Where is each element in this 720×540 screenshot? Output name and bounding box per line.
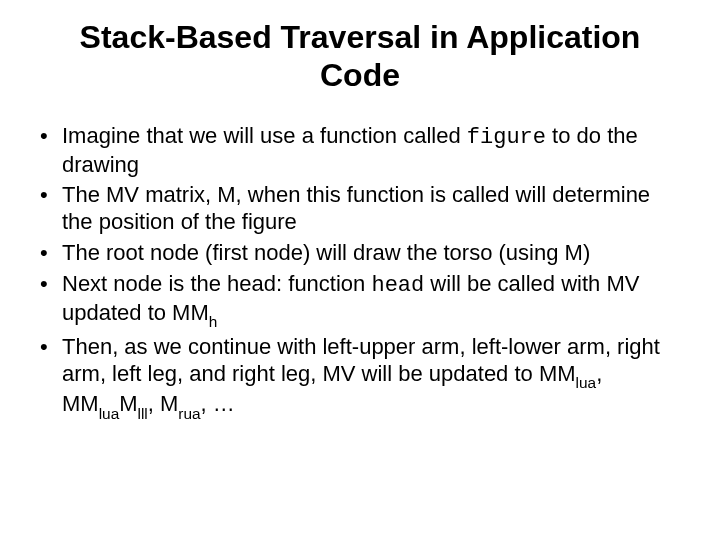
- bullet-5-end: , …: [201, 391, 235, 416]
- bullet-5-sub-4: rua: [178, 405, 200, 422]
- bullet-5-m2: M: [119, 391, 137, 416]
- bullet-2-text: The MV matrix, M, when this function is …: [62, 182, 650, 234]
- bullet-1-code: figure: [467, 125, 546, 150]
- bullet-5-sub-1: lua: [576, 374, 597, 391]
- bullet-5-m3: , M: [148, 391, 179, 416]
- bullet-5-sub-3: lll: [138, 405, 148, 422]
- bullet-list: Imagine that we will use a function call…: [38, 123, 682, 421]
- bullet-5-sub-2: lua: [99, 405, 120, 422]
- slide-title: Stack-Based Traversal in Application Cod…: [38, 18, 682, 95]
- bullet-3-text: The root node (first node) will draw the…: [62, 240, 590, 265]
- bullet-4-text-a: Next node is the head: function: [62, 271, 371, 296]
- bullet-4: Next node is the head: function head wil…: [38, 271, 682, 330]
- bullet-5-text-a: Then, as we continue with left-upper arm…: [62, 334, 660, 386]
- bullet-4-sub: h: [209, 313, 218, 330]
- bullet-5: Then, as we continue with left-upper arm…: [38, 334, 682, 421]
- bullet-3: The root node (first node) will draw the…: [38, 240, 682, 267]
- bullet-4-code: head: [371, 273, 424, 298]
- slide: Stack-Based Traversal in Application Cod…: [0, 0, 720, 540]
- bullet-2: The MV matrix, M, when this function is …: [38, 182, 682, 236]
- bullet-1-text-a: Imagine that we will use a function call…: [62, 123, 467, 148]
- bullet-1: Imagine that we will use a function call…: [38, 123, 682, 179]
